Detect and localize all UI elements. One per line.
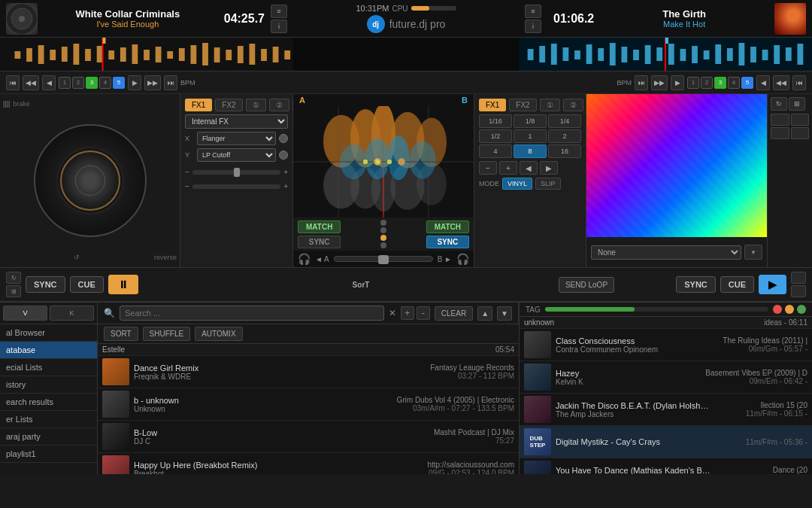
video-none-select[interactable]: None [591,245,741,260]
deck-b-info-btn[interactable]: i [525,20,541,33]
loop-16[interactable]: 16 [548,144,581,158]
trans-btn-b2[interactable] [791,285,806,297]
deck-b-hotcue-4[interactable]: 4 [728,77,740,89]
sidebar-item-search[interactable]: earch results [0,394,97,411]
headphone-right-icon[interactable]: 🎧 [456,253,469,265]
loop-4[interactable]: 4 [479,144,512,158]
slip-btn[interactable]: SLIP [535,178,561,190]
deck-b-hotcue-2[interactable]: 2 [701,77,713,89]
deck-a-play-btn[interactable]: ⏸ [108,275,138,294]
fx-num2-b[interactable]: ② [563,99,583,111]
right-btn-2[interactable]: ⊞ [789,97,805,111]
right-track-row-2[interactable]: Hazey Kelvin K Basement Vibes EP (2009) … [520,361,812,394]
fx-minus[interactable]: − [185,168,189,176]
deck-b-ff-btn[interactable]: ▶▶ [651,75,668,90]
deck-a-cue-btn[interactable]: CUE [70,276,104,293]
deck-b-sync-btn[interactable]: SYNC [676,276,716,293]
sidebar-item-history[interactable]: istory [0,376,97,394]
right-btn-1[interactable]: ↻ [771,97,787,111]
trans-btn-a2[interactable]: ⊞ [6,285,21,297]
vinyl-btn[interactable]: VINYL [502,178,532,190]
color-dot-orange[interactable] [785,305,794,314]
deck-a-ff-btn[interactable]: ▶▶ [144,75,161,90]
track-row-4[interactable]: Happy Up Here (Breakbot Remix) Breakbot … [98,453,519,474]
search-input[interactable] [120,306,384,321]
deck-a-hotcue-1[interactable]: 1 [59,77,71,89]
waveform-mini-left[interactable] [0,38,293,71]
loop-1[interactable]: 1 [514,129,547,143]
search-add-btn[interactable]: + [401,306,414,320]
sort-down-btn[interactable]: ▼ [497,306,512,321]
grid-btn-2[interactable] [791,114,810,126]
turntable-area[interactable] [3,111,177,251]
deck-b-hotcue-1[interactable]: 1 [687,77,699,89]
fx-plus[interactable]: + [283,168,288,176]
sidebar-tool-v[interactable]: V [3,306,47,321]
search-clear-btn[interactable]: ✕ [389,308,396,318]
grid-btn-1[interactable] [771,114,789,126]
match-btn-b[interactable]: MATCH [426,221,469,233]
deck-a-hotcue-2[interactable]: 2 [72,77,84,89]
deck-b-hotcue-3[interactable]: 3 [714,77,726,89]
sidebar-item-playlist1[interactable]: playlist1 [0,446,97,463]
deck-b-back-btn[interactable]: ◀ [756,75,770,90]
sort-up-btn[interactable]: ▲ [477,306,492,321]
search-remove-btn[interactable]: - [417,306,430,320]
deck-b-play-btn[interactable]: ▶ [759,275,786,294]
fx-y-select[interactable]: LP Cutoff [197,148,276,162]
waveform-display[interactable] [293,106,474,217]
fx2-tab-a[interactable]: FX2 [215,99,242,111]
deck-b-prev-btn[interactable]: ⏮ [792,75,806,90]
fx-x-knob[interactable] [279,134,288,143]
right-track-row-4[interactable]: DUBSTEP Digital Mystikz - Cay's Crays 11… [520,426,812,458]
loop-next-btn[interactable]: ▶ [540,161,558,175]
loop-1-2[interactable]: 1/2 [479,129,512,143]
send-loop-btn[interactable]: SEND LoOP [559,277,614,293]
deck-a-back-btn[interactable]: ◀ [42,75,56,90]
shuffle-btn[interactable]: SHUFFLE [143,327,191,341]
crossfader[interactable] [334,256,433,262]
tag-slider[interactable] [545,307,768,312]
deck-b-hotcue-5[interactable]: 5 [741,77,753,89]
sidebar-tool-k[interactable]: K [50,306,94,321]
deck-a-sync-btn[interactable]: SYNC [26,276,65,293]
deck-a-rew-btn[interactable]: ◀◀ [23,75,39,90]
trans-btn-b1[interactable] [791,272,806,284]
sidebar-item-database[interactable]: atabase [0,342,97,359]
unknown-row[interactable]: unknown ideas - 06:11 [520,317,812,329]
loop-8[interactable]: 8 [514,144,547,158]
automix-btn[interactable]: AUTOMIX [195,327,242,341]
deck-b-eq-btn[interactable]: ≡ [525,5,541,18]
right-track-row-3[interactable]: Jackin The Disco B.E.A.T. (Dylan Holshau… [520,394,812,426]
loop-1-16[interactable]: 1/16 [479,114,512,128]
deck-a-eq-btn[interactable]: ≡ [271,5,287,18]
fx2-tab-b[interactable]: FX2 [509,99,536,111]
color-dot-red[interactable] [773,305,782,314]
estelle-row[interactable]: Estelle 05:54 [98,344,519,356]
grid-btn-3[interactable] [771,127,789,139]
sort-btn[interactable]: SORT [104,327,138,341]
grid-btn-4[interactable] [791,127,810,139]
fx-minus-2[interactable]: − [185,182,189,190]
deck-b-rew-btn[interactable]: ◀◀ [773,75,789,90]
deck-a-prev-btn[interactable]: ⏮ [6,75,20,90]
right-track-row-1[interactable]: Class Consciousness Contra Communem Opin… [520,329,812,361]
fx-plus-2[interactable]: + [283,182,288,190]
deck-b-cue-btn[interactable]: CUE [720,276,754,293]
fx-num1-a[interactable]: ① [246,99,266,111]
deck-b-fwd-btn[interactable]: ▶ [671,75,684,90]
deck-a-hotcue-5[interactable]: 5 [113,77,125,89]
deck-a-hotcue-4[interactable]: 4 [99,77,111,89]
fx1-tab-b[interactable]: FX1 [479,99,506,111]
waveform-mini-right[interactable] [519,38,812,71]
fx-num1-b[interactable]: ① [540,99,560,111]
sidebar-item-user[interactable]: er Lists [0,411,97,428]
deck-a-info-btn[interactable]: i [271,20,287,33]
deck-a-last-btn[interactable]: ⏭ [164,75,177,90]
loop-prev-btn[interactable]: ◀ [520,161,538,175]
sidebar-item-garaj[interactable]: araj party [0,428,97,446]
turntable[interactable] [34,124,147,237]
track-row-1[interactable]: Dance Girl Remix Freqnik & WDRE Fantasy … [98,356,519,388]
loop-1-8[interactable]: 1/8 [514,114,547,128]
deck-b-last-btn[interactable]: ⏭ [635,75,648,90]
